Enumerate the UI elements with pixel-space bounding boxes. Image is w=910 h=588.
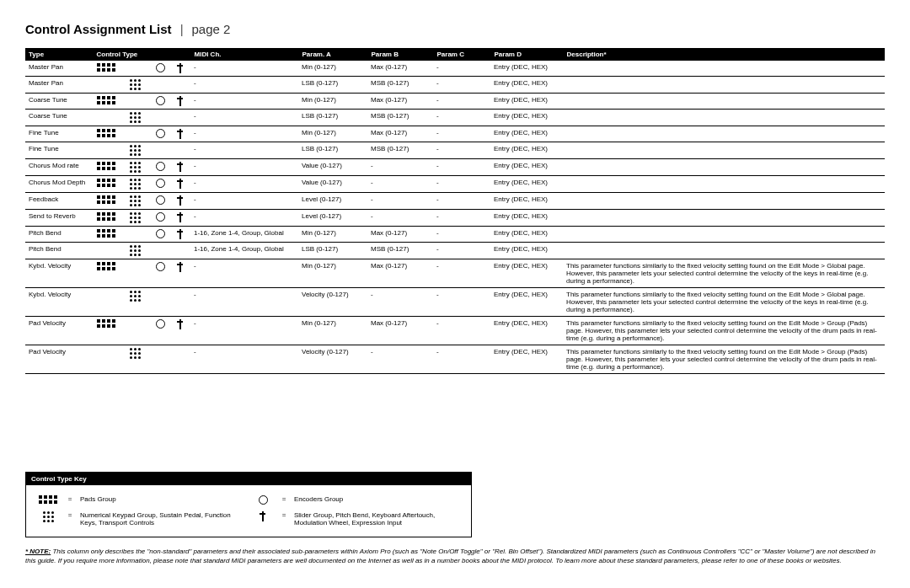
col-control-type: Control Type	[93, 48, 190, 61]
pads-group-icon	[97, 129, 117, 137]
cell-ct-4	[170, 142, 190, 159]
slider-group-icon	[176, 229, 185, 239]
cell-ct-3	[150, 176, 170, 193]
cell-param-c: -	[433, 77, 490, 94]
cell-param-d: Entry (DEC, HEX)	[490, 259, 563, 288]
encoders-group-icon	[156, 229, 165, 238]
cell-param-c: -	[433, 94, 490, 110]
cell-midi: -	[190, 210, 298, 227]
cell-ct-3	[150, 77, 170, 94]
slider-group-icon	[176, 195, 185, 206]
cell-midi: -	[190, 345, 298, 374]
cell-param-c: -	[433, 259, 490, 288]
cell-ct-2	[121, 126, 150, 142]
cell-type: Coarse Tune	[25, 110, 93, 126]
cell-ct-2	[121, 317, 150, 345]
cell-param-a: Velocity (0-127)	[298, 345, 367, 374]
key-text: Numerical Keypad Group, Sustain Pedal, F…	[80, 511, 245, 527]
cell-ct-3	[150, 193, 170, 210]
cell-param-d: Entry (DEC, HEX)	[490, 126, 563, 142]
col-param-a: Param. A	[298, 48, 367, 61]
cell-ct-4	[170, 176, 190, 193]
keypad-group-icon	[130, 245, 142, 256]
cell-ct-4	[170, 110, 190, 126]
cell-param-a: Min (0-127)	[298, 259, 367, 288]
cell-ct-2	[121, 61, 150, 77]
encoders-group-icon	[156, 195, 165, 205]
key-text: Encoders Group	[294, 495, 459, 503]
slider-group-icon	[176, 262, 185, 272]
keypad-group-icon	[130, 145, 142, 156]
cell-param-d: Entry (DEC, HEX)	[490, 94, 563, 110]
cell-param-d: Entry (DEC, HEX)	[490, 110, 563, 126]
cell-ct-2	[121, 227, 150, 243]
cell-type: Fine Tune	[25, 142, 93, 159]
table-header-row: Type Control Type MIDI Ch. Param. A Para…	[25, 48, 885, 61]
cell-param-c: -	[433, 210, 490, 227]
pads-group-icon	[39, 495, 59, 504]
cell-description: This parameter functions similarly to th…	[563, 317, 885, 345]
col-param-d: Param D	[490, 48, 563, 61]
cell-param-b: -	[367, 210, 433, 227]
cell-ct-2	[121, 176, 150, 193]
cell-param-a: LSB (0-127)	[298, 77, 367, 94]
footnote: * NOTE: This column only describes the "…	[25, 548, 885, 566]
cell-param-b: -	[367, 193, 433, 210]
key-title: Control Type Key	[26, 473, 471, 485]
cell-ct-2	[121, 94, 150, 110]
cell-ct-3	[150, 142, 170, 159]
pads-group-icon	[97, 319, 117, 328]
cell-param-a: Min (0-127)	[298, 94, 367, 110]
cell-midi: -	[190, 77, 298, 94]
slider-group-icon	[176, 96, 185, 106]
cell-midi: -	[190, 288, 298, 317]
col-type: Type	[25, 48, 93, 61]
cell-param-c: -	[433, 126, 490, 142]
cell-param-c: -	[433, 142, 490, 159]
cell-ct-4	[170, 126, 190, 142]
table-row: Pad Velocity-Velocity (0-127)--Entry (DE…	[25, 345, 885, 374]
cell-description	[563, 243, 885, 259]
cell-type: Fine Tune	[25, 126, 93, 142]
col-midi: MIDI Ch.	[190, 48, 298, 61]
cell-param-a: Min (0-127)	[298, 317, 367, 345]
pads-group-icon	[97, 96, 117, 104]
key-equals: =	[67, 511, 73, 519]
cell-ct-3	[150, 243, 170, 259]
cell-ct-4	[170, 317, 190, 345]
cell-type: Master Pan	[25, 61, 93, 77]
col-description: Description*	[563, 48, 885, 61]
table-row: Kybd. Velocity-Min (0-127)Max (0-127)-En…	[25, 259, 885, 288]
cell-ct-1	[93, 94, 121, 110]
cell-description	[563, 110, 885, 126]
cell-param-b: -	[367, 345, 433, 374]
table-row: Coarse Tune-LSB (0-127)MSB (0-127)-Entry…	[25, 110, 885, 126]
cell-ct-3	[150, 259, 170, 288]
cell-param-b: MSB (0-127)	[367, 243, 433, 259]
cell-param-d: Entry (DEC, HEX)	[490, 193, 563, 210]
cell-param-a: Level (0-127)	[298, 210, 367, 227]
key-item: =Numerical Keypad Group, Sustain Pedal, …	[35, 508, 249, 530]
cell-param-c: -	[433, 243, 490, 259]
cell-ct-3	[150, 345, 170, 374]
cell-param-d: Entry (DEC, HEX)	[490, 317, 563, 345]
cell-ct-1	[93, 77, 121, 94]
cell-type: Pad Velocity	[25, 345, 93, 374]
cell-ct-3	[150, 126, 170, 142]
pads-group-icon	[97, 195, 117, 204]
cell-midi: -	[190, 126, 298, 142]
cell-ct-1	[93, 126, 121, 142]
cell-ct-1	[93, 288, 121, 317]
key-equals: =	[67, 495, 73, 503]
page-title: Control Assignment List	[25, 22, 172, 36]
cell-description: This parameter functions similarly to th…	[563, 345, 885, 374]
cell-param-b: MSB (0-127)	[367, 110, 433, 126]
keypad-group-icon	[130, 212, 142, 223]
cell-param-d: Entry (DEC, HEX)	[490, 142, 563, 159]
footnote-label: * NOTE:	[25, 548, 51, 555]
cell-ct-4	[170, 345, 190, 374]
cell-param-c: -	[433, 159, 490, 176]
encoders-group-icon	[156, 319, 165, 329]
cell-description	[563, 77, 885, 94]
cell-param-b: Max (0-127)	[367, 126, 433, 142]
